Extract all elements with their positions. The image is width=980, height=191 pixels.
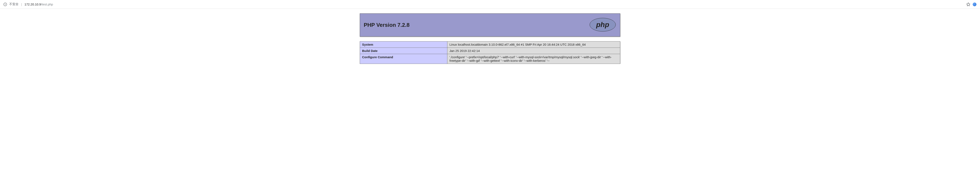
svg-point-2	[5, 3, 5, 4]
url-divider: |	[21, 3, 22, 6]
table-row: Build Date Jan 25 2019 22:42:14	[360, 48, 620, 54]
row-value: './configure' '--prefix=/opt/local/php7'…	[447, 54, 620, 64]
row-value: Jan 25 2019 22:42:14	[447, 48, 620, 54]
row-key: Configure Command	[360, 54, 447, 64]
url-text[interactable]: 172.20.10.9/test.php	[24, 3, 53, 6]
svg-marker-3	[967, 3, 970, 6]
phpinfo-table: System Linux localhost.localdomain 3.10.…	[360, 41, 620, 64]
url-bar-left: 不安全 | 172.20.10.9/test.php	[3, 2, 53, 6]
row-key: System	[360, 42, 447, 48]
page-title: PHP Version 7.2.8	[364, 22, 409, 28]
phpinfo-content: PHP Version 7.2.8 php System Linux local…	[360, 13, 620, 64]
bookmark-star-icon[interactable]	[966, 2, 970, 6]
php-header: PHP Version 7.2.8 php	[360, 13, 620, 37]
url-host: 172.20.10.9	[24, 3, 41, 6]
row-key: Build Date	[360, 48, 447, 54]
url-path: /test.php	[41, 3, 53, 6]
browser-url-bar: 不安全 | 172.20.10.9/test.php	[0, 0, 980, 9]
table-row: System Linux localhost.localdomain 3.10.…	[360, 42, 620, 48]
row-value: Linux localhost.localdomain 3.10.0-862.e…	[447, 42, 620, 48]
svg-text:php: php	[596, 21, 609, 29]
security-label: 不安全	[9, 2, 19, 6]
table-row: Configure Command './configure' '--prefi…	[360, 54, 620, 64]
extension-icon[interactable]	[972, 2, 977, 6]
info-icon[interactable]	[3, 3, 7, 6]
php-logo: php	[589, 18, 616, 33]
